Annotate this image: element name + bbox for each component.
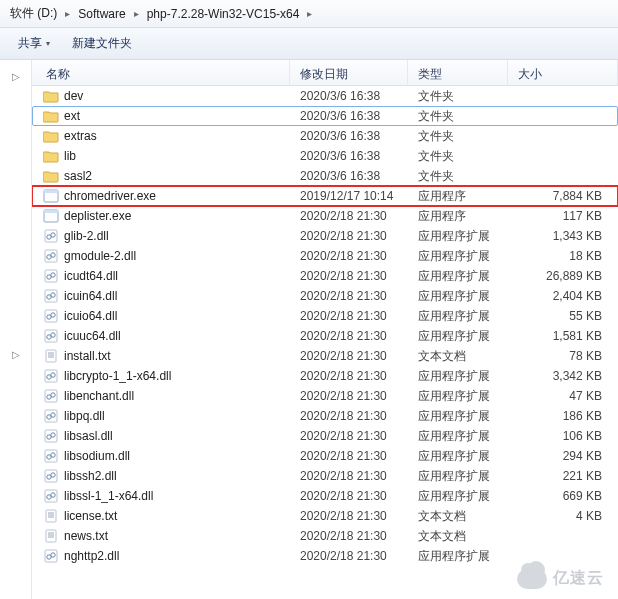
file-size: 186 KB (528, 409, 618, 423)
file-name: deplister.exe (64, 209, 300, 223)
new-folder-label: 新建文件夹 (72, 35, 132, 52)
file-name: sasl2 (64, 169, 300, 183)
column-headers: 名称 修改日期 类型 大小 (32, 60, 618, 86)
new-folder-button[interactable]: 新建文件夹 (64, 31, 140, 56)
file-type: 应用程序扩展 (418, 388, 528, 405)
dll-icon (42, 448, 60, 464)
file-size: 117 KB (528, 209, 618, 223)
header-date[interactable]: 修改日期 (290, 60, 408, 85)
file-name: icuio64.dll (64, 309, 300, 323)
svg-rect-1 (44, 190, 58, 193)
file-row[interactable]: extras2020/3/6 16:38文件夹 (32, 126, 618, 146)
file-row[interactable]: libcrypto-1_1-x64.dll2020/2/18 21:30应用程序… (32, 366, 618, 386)
file-type: 文本文档 (418, 348, 528, 365)
file-size: 78 KB (528, 349, 618, 363)
file-date: 2020/2/18 21:30 (300, 209, 418, 223)
svg-rect-51 (46, 530, 56, 542)
share-button[interactable]: 共享 ▾ (10, 31, 58, 56)
folder-icon (42, 88, 60, 104)
file-type: 应用程序扩展 (418, 428, 528, 445)
dll-icon (42, 288, 60, 304)
file-row[interactable]: libsodium.dll2020/2/18 21:30应用程序扩展294 KB (32, 446, 618, 466)
file-size: 294 KB (528, 449, 618, 463)
file-name: install.txt (64, 349, 300, 363)
svg-rect-3 (44, 210, 58, 213)
file-row[interactable]: glib-2.dll2020/2/18 21:30应用程序扩展1,343 KB (32, 226, 618, 246)
file-list: 名称 修改日期 类型 大小 dev2020/3/6 16:38文件夹ext202… (32, 60, 618, 599)
file-type: 应用程序扩展 (418, 308, 528, 325)
file-size: 18 KB (528, 249, 618, 263)
txt-icon (42, 528, 60, 544)
file-row[interactable]: icudt64.dll2020/2/18 21:30应用程序扩展26,889 K… (32, 266, 618, 286)
breadcrumb-folder2[interactable]: php-7.2.28-Win32-VC15-x64 (141, 3, 306, 25)
file-type: 文件夹 (418, 148, 528, 165)
file-row[interactable]: lib2020/3/6 16:38文件夹 (32, 146, 618, 166)
file-row[interactable]: libssl-1_1-x64.dll2020/2/18 21:30应用程序扩展6… (32, 486, 618, 506)
file-size: 55 KB (528, 309, 618, 323)
file-row[interactable]: install.txt2020/2/18 21:30文本文档78 KB (32, 346, 618, 366)
file-date: 2020/2/18 21:30 (300, 409, 418, 423)
file-size: 7,884 KB (528, 189, 618, 203)
cloud-icon (517, 569, 547, 589)
breadcrumb[interactable]: 软件 (D:) ▸ Software ▸ php-7.2.28-Win32-VC… (0, 0, 618, 28)
file-name: ext (64, 109, 300, 123)
file-type: 文件夹 (418, 108, 528, 125)
file-name: gmodule-2.dll (64, 249, 300, 263)
file-row[interactable]: icuin64.dll2020/2/18 21:30应用程序扩展2,404 KB (32, 286, 618, 306)
file-row[interactable]: icuuc64.dll2020/2/18 21:30应用程序扩展1,581 KB (32, 326, 618, 346)
breadcrumb-drive[interactable]: 软件 (D:) (4, 1, 63, 26)
file-name: libssh2.dll (64, 469, 300, 483)
file-row[interactable]: chromedriver.exe2019/12/17 10:14应用程序7,88… (32, 186, 618, 206)
file-type: 应用程序扩展 (418, 468, 528, 485)
file-date: 2020/2/18 21:30 (300, 469, 418, 483)
file-name: libsasl.dll (64, 429, 300, 443)
dll-icon (42, 268, 60, 284)
file-row[interactable]: license.txt2020/2/18 21:30文本文档4 KB (32, 506, 618, 526)
chevron-down-icon: ▾ (46, 39, 50, 48)
file-date: 2020/2/18 21:30 (300, 349, 418, 363)
header-name[interactable]: 名称 (32, 60, 290, 85)
dll-icon (42, 368, 60, 384)
chevron-right-icon: ▸ (63, 8, 72, 19)
folder-icon (42, 128, 60, 144)
file-row[interactable]: deplister.exe2020/2/18 21:30应用程序117 KB (32, 206, 618, 226)
file-date: 2020/3/6 16:38 (300, 129, 418, 143)
file-row[interactable]: dev2020/3/6 16:38文件夹 (32, 86, 618, 106)
file-type: 应用程序扩展 (418, 228, 528, 245)
breadcrumb-folder1[interactable]: Software (72, 3, 131, 25)
file-name: libcrypto-1_1-x64.dll (64, 369, 300, 383)
tree-pane[interactable]: ▷ ▷ (0, 60, 32, 599)
file-row[interactable]: libenchant.dll2020/2/18 21:30应用程序扩展47 KB (32, 386, 618, 406)
file-row[interactable]: gmodule-2.dll2020/2/18 21:30应用程序扩展18 KB (32, 246, 618, 266)
file-size: 3,342 KB (528, 369, 618, 383)
file-date: 2020/2/18 21:30 (300, 549, 418, 563)
file-type: 应用程序扩展 (418, 248, 528, 265)
file-name: glib-2.dll (64, 229, 300, 243)
chevron-right-icon: ▸ (132, 8, 141, 19)
watermark: 亿速云 (517, 568, 604, 589)
header-type[interactable]: 类型 (408, 60, 508, 85)
file-name: icuuc64.dll (64, 329, 300, 343)
file-size: 106 KB (528, 429, 618, 443)
file-row[interactable]: sasl22020/3/6 16:38文件夹 (32, 166, 618, 186)
dll-icon (42, 388, 60, 404)
file-type: 应用程序扩展 (418, 408, 528, 425)
file-size: 1,581 KB (528, 329, 618, 343)
file-name: chromedriver.exe (64, 189, 300, 203)
dll-icon (42, 488, 60, 504)
file-type: 应用程序扩展 (418, 288, 528, 305)
file-row[interactable]: news.txt2020/2/18 21:30文本文档 (32, 526, 618, 546)
file-row[interactable]: libsasl.dll2020/2/18 21:30应用程序扩展106 KB (32, 426, 618, 446)
tree-collapse-icon[interactable]: ▷ (0, 346, 31, 364)
tree-collapse-icon[interactable]: ▷ (0, 68, 31, 86)
svg-rect-22 (46, 350, 56, 362)
file-date: 2020/2/18 21:30 (300, 369, 418, 383)
file-row[interactable]: libssh2.dll2020/2/18 21:30应用程序扩展221 KB (32, 466, 618, 486)
file-type: 文件夹 (418, 88, 528, 105)
folder-icon (42, 108, 60, 124)
file-row[interactable]: libpq.dll2020/2/18 21:30应用程序扩展186 KB (32, 406, 618, 426)
file-size: 669 KB (528, 489, 618, 503)
file-row[interactable]: ext2020/3/6 16:38文件夹 (32, 106, 618, 126)
file-row[interactable]: icuio64.dll2020/2/18 21:30应用程序扩展55 KB (32, 306, 618, 326)
header-size[interactable]: 大小 (508, 60, 618, 85)
